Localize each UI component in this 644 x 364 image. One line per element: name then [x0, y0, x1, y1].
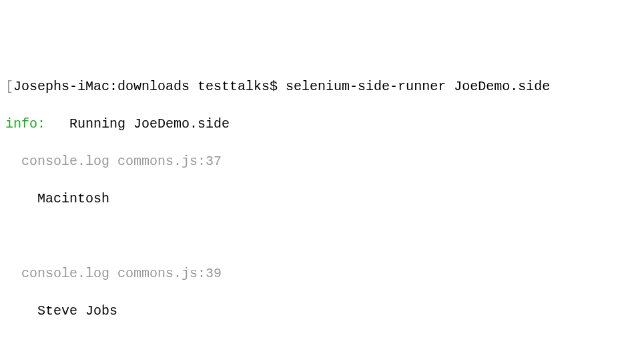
console-output-2: Steve Jobs	[5, 302, 639, 321]
info-line: info: Running JoeDemo.side	[5, 115, 639, 134]
shell-prompt: Josephs-iMac:downloads testtalks$	[13, 79, 286, 94]
info-label: info:	[5, 116, 45, 132]
prompt-bracket: [	[5, 79, 13, 94]
shell-command: selenium-side-runner JoeDemo.side	[286, 79, 550, 94]
blank-line-2	[5, 339, 639, 358]
console-log-1: console.log commons.js:37	[5, 152, 639, 171]
command-line-1: [Josephs-iMac:downloads testtalks$ selen…	[5, 77, 639, 96]
blank-line-1	[5, 227, 639, 246]
info-text: Running JoeDemo.side	[45, 116, 230, 132]
console-log-2: console.log commons.js:39	[5, 264, 639, 283]
console-output-1: Macintosh	[5, 190, 639, 208]
